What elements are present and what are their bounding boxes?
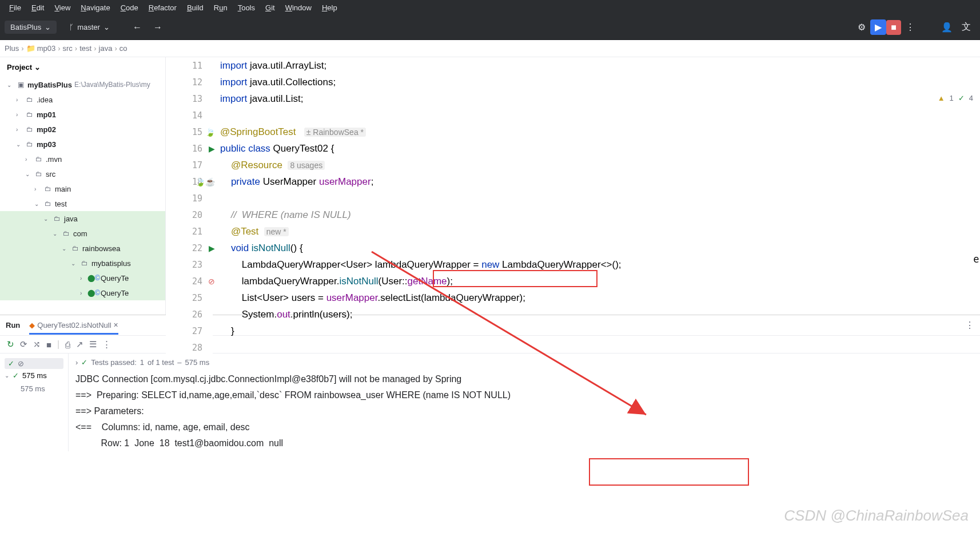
gutter-line[interactable]: 20 <box>166 207 213 223</box>
tree-item[interactable]: ›⬤ ©QueryTe <box>0 271 165 285</box>
tree-root[interactable]: ⌄ ▣ myBatisPlus E:\Java\MyBatis-Plus\my <box>0 77 165 92</box>
warn-icon[interactable]: ⊘ <box>208 277 215 286</box>
code-line[interactable] <box>220 190 980 207</box>
inspection-badge[interactable]: ▲1 ✓4 <box>938 94 973 102</box>
menu-git[interactable]: Git <box>261 2 280 14</box>
code-line[interactable] <box>220 107 980 124</box>
gutter-line[interactable]: 13 <box>166 90 213 107</box>
project-selector[interactable]: BatisPlus ⌄ <box>5 21 57 34</box>
code-line[interactable]: } <box>220 323 980 339</box>
nav-back-button[interactable]: ← <box>127 19 148 36</box>
code-line[interactable]: @SpringBootTest ± RainbowSea * <box>220 124 980 140</box>
gutter-line[interactable]: 27 <box>166 323 213 339</box>
breadcrumb-item[interactable]: test <box>79 44 91 53</box>
menu-navigate[interactable]: Navigate <box>76 2 114 14</box>
nav-forward-button[interactable]: → <box>148 19 168 36</box>
rerun-icon[interactable]: ↻ <box>7 339 14 350</box>
screenshot-icon[interactable]: ⎙ <box>65 340 70 350</box>
build-icon[interactable]: ⚙ <box>853 18 870 36</box>
test-time-sub[interactable]: 575 ms <box>5 382 63 395</box>
gutter-line[interactable]: 25 <box>166 289 213 306</box>
gutter-line[interactable]: 14 <box>166 107 213 124</box>
tree-item[interactable]: ›🗀mp02 <box>0 122 165 137</box>
test-pass-row[interactable]: ✓ ⊘ <box>5 358 63 369</box>
leaf-icon[interactable]: 🍃 <box>205 128 215 137</box>
code-line[interactable]: void isNotNull() { <box>220 240 980 256</box>
console-output[interactable]: JDBC Connection [com.mysql.cj.jdbc.Conne… <box>75 371 973 451</box>
breadcrumb-item[interactable]: 📁 mp03 <box>26 44 56 53</box>
tree-item[interactable]: ›🗀mp01 <box>0 107 165 122</box>
stop-icon[interactable]: ■ <box>46 340 51 350</box>
breadcrumb-item[interactable]: java <box>99 44 113 53</box>
code-editor[interactable]: 1112131415🍃16▶1718🍃☕19202122▶2324⊘252627… <box>166 57 980 315</box>
menu-refactor[interactable]: Refactor <box>144 2 181 14</box>
run-button[interactable]: ▶ <box>870 19 886 35</box>
code-line[interactable]: List<User> users = userMapper.selectList… <box>220 289 980 306</box>
code-line[interactable]: @Test new * <box>220 223 980 240</box>
tree-item[interactable]: ⌄🗀mp03 <box>0 137 165 152</box>
tree-item[interactable]: ›🗀.idea <box>0 92 165 107</box>
gutter-line[interactable]: 28 <box>166 339 213 356</box>
gutter-line[interactable]: 19 <box>166 190 213 207</box>
translate-icon[interactable]: 文 <box>957 18 975 37</box>
code-line[interactable]: private UserMapper userMapper; <box>220 173 980 190</box>
gutter-line[interactable]: 26 <box>166 306 213 323</box>
menu-tools[interactable]: Tools <box>233 2 260 14</box>
code-line[interactable]: public class QueryTest02 { <box>220 140 980 157</box>
gutter-line[interactable]: 18🍃☕ <box>166 173 213 190</box>
settings-icon[interactable]: ☰ <box>89 339 97 350</box>
rerun-failed-icon[interactable]: ⟳ <box>20 339 27 350</box>
more-icon[interactable]: ⋮ <box>102 339 111 350</box>
tree-item[interactable]: ›🗀main <box>0 181 165 196</box>
export-icon[interactable]: ↗ <box>76 339 83 350</box>
menu-code[interactable]: Code <box>116 2 143 14</box>
tree-item[interactable]: ›🗀.mvn <box>0 152 165 166</box>
user-icon[interactable]: 👤 <box>937 18 957 36</box>
code-line[interactable]: // WHERE (name IS NULL) <box>220 207 980 223</box>
more-icon[interactable]: ⋮ <box>901 18 919 36</box>
menu-run[interactable]: Run <box>209 2 232 14</box>
gutter-line[interactable]: 16▶ <box>166 140 213 157</box>
menu-view[interactable]: View <box>50 2 75 14</box>
gutter-line[interactable]: 24⊘ <box>166 273 213 289</box>
tree-item[interactable]: ⌄🗀com <box>0 226 165 241</box>
test-time-row[interactable]: ⌄ ✓ 575 ms <box>5 369 63 382</box>
menu-window[interactable]: Window <box>281 2 316 14</box>
code-line[interactable]: lambdaQueryWrapper.isNotNull(User::getNa… <box>220 273 980 289</box>
code-line[interactable]: System.out.println(users); <box>220 306 980 323</box>
menu-edit[interactable]: Edit <box>27 2 49 14</box>
tree-item[interactable]: ›⬤ ©QueryTe <box>0 285 165 300</box>
breadcrumb-item[interactable]: Plus <box>5 44 19 53</box>
tree-item[interactable]: ⌄🗀rainbowsea <box>0 241 165 256</box>
tree-item[interactable]: ⌄🗀java <box>0 211 165 226</box>
stop-button[interactable]: ■ <box>886 20 901 35</box>
code-line[interactable]: @Resource 8 usages <box>220 157 980 173</box>
gutter-line[interactable]: 11 <box>166 57 213 74</box>
tree-item[interactable]: ⌄🗀mybatisplus <box>0 256 165 271</box>
gutter-line[interactable]: 17 <box>166 157 213 173</box>
sidebar-title[interactable]: Project ⌄ <box>0 57 165 77</box>
breadcrumb-item[interactable]: src <box>63 44 73 53</box>
breadcrumb-item[interactable]: co <box>119 44 128 53</box>
run-tab-test[interactable]: ◆ QueryTest02.isNotNull × <box>29 316 118 335</box>
code-line[interactable]: import java.util.ArrayList; <box>220 57 980 74</box>
menu-build[interactable]: Build <box>182 2 208 14</box>
code-line[interactable] <box>220 339 980 356</box>
tree-item[interactable]: ⌄🗀src <box>0 166 165 181</box>
gutter-line[interactable]: 23 <box>166 256 213 273</box>
branch-selector[interactable]: ᚴ master ⌄ <box>63 21 115 34</box>
gutter-line[interactable]: 22▶ <box>166 240 213 256</box>
code-line[interactable]: import java.util.List; <box>220 90 980 107</box>
toggle-icon[interactable]: ⤭ <box>33 339 41 350</box>
code-line[interactable]: LambdaQueryWrapper<User> lambdaQueryWrap… <box>220 256 980 273</box>
gutter-line[interactable]: 12 <box>166 74 213 90</box>
tree-item[interactable]: ⌄🗀test <box>0 196 165 211</box>
expand-icon[interactable]: › <box>75 358 78 367</box>
run-icon[interactable]: ▶ <box>209 144 215 153</box>
code-line[interactable]: import java.util.Collections; <box>220 74 980 90</box>
run-tab-run[interactable]: Run <box>6 321 20 329</box>
run-icon[interactable]: ▶ <box>209 244 215 253</box>
gutter-line[interactable]: 15🍃 <box>166 124 213 140</box>
bean-icon[interactable]: 🍃☕ <box>196 177 215 186</box>
menu-help[interactable]: Help <box>317 2 342 14</box>
